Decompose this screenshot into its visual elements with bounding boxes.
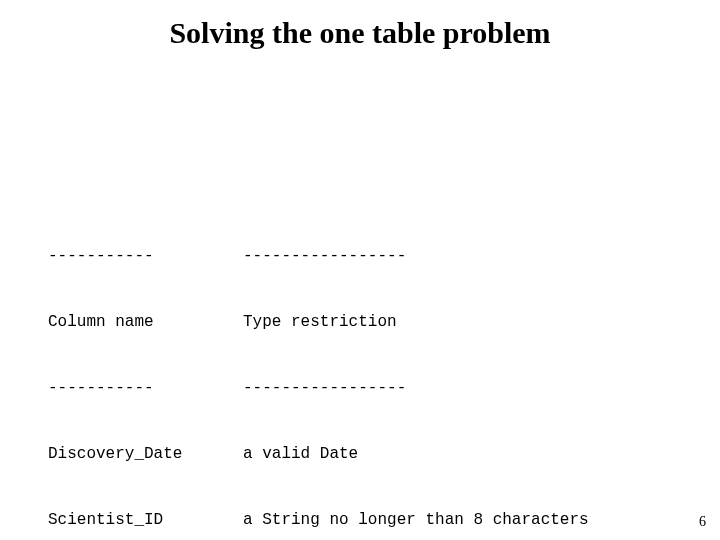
slide: Solving the one table problem ----------… xyxy=(0,0,720,540)
table-row: Scientist_IDa String no longer than 8 ch… xyxy=(48,509,608,531)
separator-row: ---------------------------- xyxy=(48,377,608,399)
separator-row: ---------------------------- xyxy=(48,245,608,267)
sep: ----------------- xyxy=(243,245,406,267)
table-1: ---------------------------- Column name… xyxy=(48,201,608,540)
page-number: 6 xyxy=(699,514,706,530)
sep: ----------- xyxy=(48,245,243,267)
cell-name: Discovery_Date xyxy=(48,443,243,465)
content-area: ---------------------------- Column name… xyxy=(48,135,608,540)
page-title: Solving the one table problem xyxy=(0,16,720,50)
sep: ----------------- xyxy=(243,377,406,399)
col-header: Column name xyxy=(48,311,243,333)
cell-name: Scientist_ID xyxy=(48,509,243,531)
col-header: Type restriction xyxy=(243,311,397,333)
cell-restriction: a valid Date xyxy=(243,443,358,465)
cell-restriction: a String no longer than 8 characters xyxy=(243,509,589,531)
header-row: Column nameType restriction xyxy=(48,311,608,333)
table-row: Discovery_Datea valid Date xyxy=(48,443,608,465)
sep: ----------- xyxy=(48,377,243,399)
